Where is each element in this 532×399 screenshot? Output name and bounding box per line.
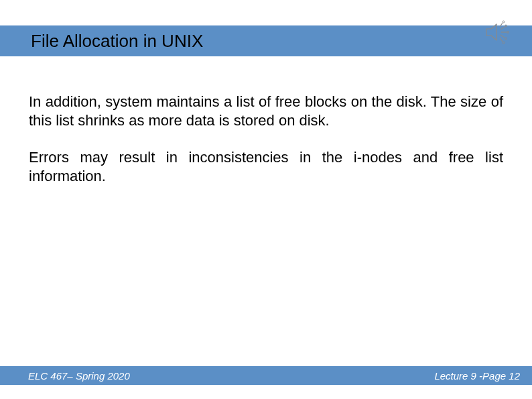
svg-point-6 xyxy=(507,32,509,34)
svg-point-7 xyxy=(503,42,505,44)
content-area: In addition, system maintains a list of … xyxy=(29,93,503,204)
svg-line-3 xyxy=(501,27,505,30)
svg-point-5 xyxy=(503,21,505,23)
footer-bar: ELC 467– Spring 2020 Lecture 9 -Page 12 xyxy=(0,366,532,385)
svg-point-8 xyxy=(505,25,507,27)
page-title: File Allocation in UNIX xyxy=(31,31,203,52)
svg-line-0 xyxy=(500,23,503,27)
svg-point-9 xyxy=(505,38,507,40)
svg-line-2 xyxy=(500,38,503,42)
paragraph-2: Errors may result in inconsistencies in … xyxy=(29,148,503,185)
footer-course: ELC 467– Spring 2020 xyxy=(28,370,130,382)
title-bar: File Allocation in UNIX xyxy=(0,25,532,56)
paragraph-1: In addition, system maintains a list of … xyxy=(29,93,503,129)
speaker-icon xyxy=(482,17,513,48)
footer-page: Lecture 9 -Page 12 xyxy=(434,370,520,382)
svg-line-4 xyxy=(501,35,505,38)
